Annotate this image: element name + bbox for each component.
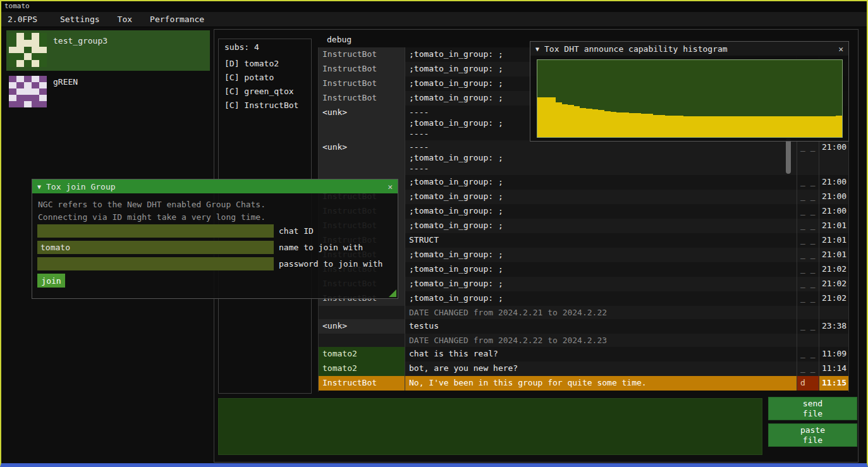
group-avatar-green (9, 76, 47, 107)
histogram-bar (763, 116, 769, 137)
histogram-bar (647, 114, 654, 137)
dht-histogram-titlebar[interactable]: ▼ Tox DHT announce capability histogram … (530, 42, 848, 56)
histogram-bar (629, 113, 635, 137)
paste-file-button[interactable]: paste file (768, 423, 857, 447)
join-password-row: password to join with (37, 257, 382, 270)
menu-bar: 2.0FPS Settings Tox Performance (1, 12, 867, 27)
sender-name: tomato2 (319, 347, 405, 361)
resize-grip[interactable] (389, 289, 396, 297)
chat-message-row[interactable]: InstructBotNo, I've been in this group f… (319, 376, 848, 391)
sender-name: tomato2 (319, 361, 405, 376)
chat-id-row: chat ID (37, 224, 314, 238)
sender-name (319, 334, 405, 347)
close-icon[interactable]: ✕ (388, 182, 393, 191)
message-flags: _ _ (797, 277, 819, 291)
message-text: bot, are you new here? (405, 361, 797, 376)
histogram-bar (708, 116, 714, 137)
message-input[interactable] (218, 398, 762, 455)
date-separator-row[interactable]: DATE CHANGED from 2024.2.21 to 2024.2.22 (319, 306, 848, 319)
app-window: tomato 2.0FPS Settings Tox Performance t… (0, 0, 868, 467)
sender-name: InstructBot (319, 91, 405, 106)
collapse-arrow-icon[interactable]: ▼ (37, 183, 41, 190)
histogram-bar (733, 116, 739, 137)
join-name-row: name to join with (37, 241, 363, 254)
dht-histogram-window: ▼ Tox DHT announce capability histogram … (530, 41, 849, 142)
menu-tox[interactable]: Tox (109, 12, 141, 27)
group-label: test_group3 (53, 36, 107, 45)
date-separator-text: DATE CHANGED from 2024.2.21 to 2024.2.22 (405, 306, 797, 319)
date-separator-row[interactable]: DATE CHANGED from 2024.2.22 to 2024.2.23 (319, 334, 848, 347)
histogram-bar (604, 111, 611, 137)
message-time: 11:15 (819, 376, 849, 391)
chat-id-input[interactable] (37, 224, 274, 238)
message-flags: _ _ (797, 361, 819, 376)
histogram-bar (580, 108, 586, 137)
subs-header: subs: 4 (219, 39, 311, 57)
histogram-bar (830, 116, 836, 137)
date-separator-text: DATE CHANGED from 2024.2.22 to 2024.2.23 (405, 334, 797, 347)
histogram-bar (556, 102, 562, 137)
group-item-test_group3[interactable]: test_group3 (6, 30, 210, 71)
tab-debug[interactable]: debug (323, 35, 355, 44)
menu-settings[interactable]: Settings (51, 12, 109, 27)
message-time: 21:00 (819, 204, 849, 219)
histogram-bar (659, 115, 666, 137)
chat-message-row[interactable]: <unk>testus_ _23:38 (319, 319, 848, 334)
window-title: tomato (4, 2, 30, 10)
histogram-bar (671, 116, 678, 137)
join-description-line2: Connecting via ID might take a very long… (38, 212, 266, 222)
collapse-arrow-icon[interactable]: ▼ (535, 45, 539, 52)
message-flags: _ _ (797, 175, 819, 190)
message-time: 21:02 (819, 291, 849, 306)
join-button[interactable]: join (37, 274, 65, 288)
send-file-button[interactable]: send file (768, 397, 857, 420)
histogram-bar (812, 116, 818, 137)
dht-histogram-title: Tox DHT announce capability histogram (544, 44, 833, 54)
histogram-bar (720, 116, 726, 137)
message-time: 21:00 (819, 175, 849, 190)
join-group-titlebar[interactable]: ▼ Tox join Group ✕ (32, 179, 398, 193)
subs-member-green_qtox[interactable]: [C] green_qtox (219, 85, 311, 99)
join-name-input[interactable] (37, 241, 274, 254)
message-flags: _ _ (797, 262, 819, 277)
chat-scrollbar-thumb[interactable] (786, 138, 791, 174)
histogram-bar (568, 105, 574, 137)
message-text: ;tomato_in_group: ; (405, 291, 797, 306)
histogram-bar (586, 109, 592, 137)
histogram-bar (787, 116, 793, 137)
histogram-bar (683, 116, 690, 137)
histogram-bar (781, 116, 788, 137)
histogram-bar (793, 116, 800, 137)
sender-name: InstructBot (319, 376, 405, 391)
message-text: ;tomato_in_group: ; (405, 190, 797, 204)
subs-member-potato[interactable]: [C] potato (219, 71, 311, 85)
histogram-bar (544, 97, 550, 137)
message-flags: _ _ (797, 248, 819, 262)
histogram-bar (775, 116, 781, 137)
histogram-bar (836, 116, 842, 137)
sender-name: InstructBot (319, 76, 405, 91)
histogram-bar (805, 116, 812, 137)
histogram-bar (665, 116, 671, 137)
close-icon[interactable]: ✕ (838, 44, 843, 54)
sender-name: <unk> (319, 319, 405, 334)
group-item-green[interactable]: gREEN (6, 73, 210, 110)
sender-name: InstructBot (319, 47, 405, 62)
subs-member-instructbot[interactable]: [C] InstructBot (219, 99, 311, 112)
message-text: chat is this real? (405, 347, 797, 361)
message-text: ;tomato_in_group: ; (405, 219, 797, 233)
message-flags: _ _ (797, 219, 819, 233)
message-flags: d (797, 376, 819, 391)
menu-performance[interactable]: Performance (141, 12, 213, 27)
join-password-input[interactable] (37, 257, 274, 270)
subs-member-tomato2[interactable]: [D] tomato2 (219, 57, 311, 71)
chat-message-row[interactable]: tomato2chat is this real?_ _11:09 (319, 347, 848, 361)
histogram-bar (714, 116, 721, 137)
chat-message-row[interactable]: <unk>---- ;tomato_in_group: ; ----_ _21:… (319, 140, 848, 175)
histogram-bar (562, 104, 568, 137)
join-name-label: name to join with (279, 243, 363, 252)
chat-message-row[interactable]: tomato2bot, are you new here?_ _11:14 (319, 361, 848, 376)
fps-indicator: 2.0FPS (1, 15, 44, 24)
message-text: ;tomato_in_group: ; (405, 175, 797, 190)
message-time (819, 334, 849, 347)
